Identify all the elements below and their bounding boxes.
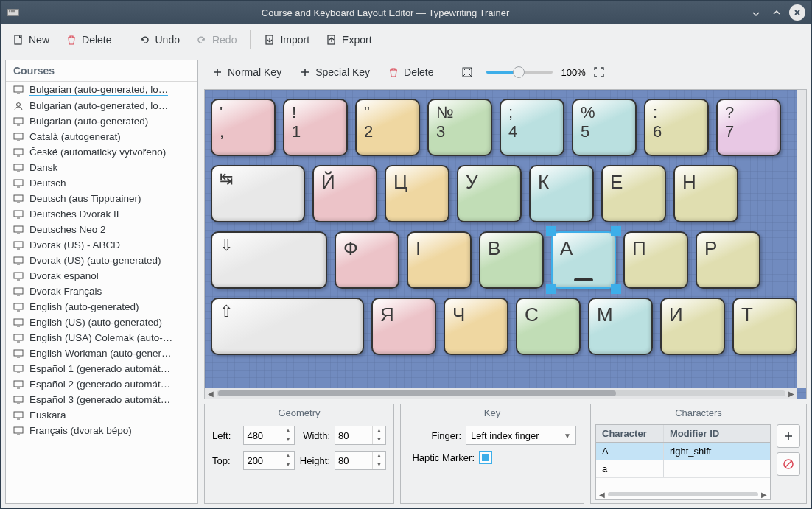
sidebar-item[interactable]: Dvorak español bbox=[6, 268, 197, 284]
maximize-button[interactable] bbox=[769, 4, 785, 21]
left-input[interactable]: ▲▼ bbox=[243, 426, 295, 445]
special-key-button[interactable]: Special Key bbox=[292, 62, 377, 83]
keyboard-key[interactable]: Ф bbox=[335, 231, 399, 289]
keyboard-key[interactable]: У bbox=[457, 165, 522, 222]
keyboard-key[interactable]: ⇧ bbox=[211, 298, 364, 355]
height-input[interactable]: ▲▼ bbox=[335, 451, 386, 470]
sidebar-item[interactable]: Dvorak (US) - ABCD bbox=[6, 237, 197, 253]
keyboard-key[interactable]: Т bbox=[732, 298, 797, 355]
vertical-scrollbar[interactable] bbox=[797, 90, 806, 388]
plus-icon bbox=[211, 66, 223, 78]
sidebar-item[interactable]: Español 1 (generado automát… bbox=[6, 361, 197, 376]
sidebar-item[interactable]: Deutsch (aus Tipptrainer) bbox=[6, 191, 197, 206]
sidebar-item[interactable]: Euskara bbox=[6, 407, 197, 423]
sidebar-item[interactable]: Español 3 (generado automát… bbox=[6, 392, 197, 407]
keyboard-key[interactable]: "2 bbox=[355, 99, 420, 156]
keyboard-key[interactable]: №3 bbox=[427, 99, 492, 156]
svg-rect-12 bbox=[14, 164, 23, 170]
sidebar-item[interactable]: Deutsches Dvorak II bbox=[6, 206, 197, 222]
keyboard-key[interactable]: ⇩ bbox=[211, 231, 327, 289]
sidebar-item[interactable]: Dvorak Français bbox=[6, 284, 197, 299]
course-list[interactable]: Bulgarian (auto-generated, lo…Bulgarian … bbox=[6, 82, 197, 503]
svg-rect-28 bbox=[14, 412, 23, 418]
zoom-full-button[interactable] bbox=[589, 62, 609, 83]
delete-key-button[interactable]: Delete bbox=[380, 62, 441, 83]
sidebar-item[interactable]: Català (autogenerat) bbox=[6, 129, 197, 144]
sidebar-item[interactable]: Français (dvorak bépo) bbox=[6, 423, 197, 438]
keyboard-key[interactable]: Ц bbox=[385, 165, 449, 222]
sidebar-item[interactable]: Dvorak (US) (auto-generated) bbox=[6, 253, 197, 268]
keyboard-key[interactable]: Ч bbox=[444, 298, 508, 355]
svg-rect-7 bbox=[14, 86, 23, 92]
keyboard-key[interactable]: А bbox=[551, 231, 616, 289]
sidebar-item[interactable]: Bulgarian (auto-generated, lo… bbox=[6, 82, 197, 98]
characters-panel: Characters Character Modifier ID Aright_… bbox=[590, 404, 807, 504]
svg-rect-16 bbox=[14, 226, 23, 232]
main-toolbar: New Delete Undo Redo Import Export bbox=[1, 24, 811, 55]
sidebar-item[interactable]: Deutsch bbox=[6, 175, 197, 191]
monitor-icon bbox=[13, 348, 24, 359]
keyboard-canvas[interactable]: ',!1"2№3;4%5:6?7↹ЙЦУКЕН⇩ФІВАПР⇧ЯЧСМИТ ◀ … bbox=[204, 89, 807, 399]
svg-rect-23 bbox=[14, 334, 23, 340]
keyboard-key[interactable]: И bbox=[660, 298, 725, 355]
horizontal-scrollbar[interactable]: ◀ ▶ bbox=[205, 388, 797, 399]
keyboard-key[interactable]: Й bbox=[312, 165, 377, 222]
width-input[interactable]: ▲▼ bbox=[335, 426, 386, 445]
keyboard-key[interactable]: В bbox=[479, 231, 544, 289]
export-button[interactable]: Export bbox=[318, 29, 379, 50]
sidebar-item[interactable]: Español 2 (generado automát… bbox=[6, 376, 197, 392]
haptic-checkbox[interactable] bbox=[479, 451, 492, 464]
minimize-button[interactable] bbox=[748, 4, 764, 21]
sidebar-item[interactable]: Deutsches Neo 2 bbox=[6, 222, 197, 237]
undo-button[interactable]: Undo bbox=[131, 29, 186, 50]
keyboard-key[interactable]: К bbox=[529, 165, 594, 222]
zoom-slider[interactable] bbox=[486, 71, 553, 74]
keyboard-key[interactable]: ↹ bbox=[211, 165, 305, 222]
monitor-icon bbox=[13, 132, 24, 142]
monitor-icon bbox=[13, 364, 24, 374]
normal-key-button[interactable]: Normal Key bbox=[204, 62, 289, 83]
top-input[interactable]: ▲▼ bbox=[243, 451, 295, 470]
keyboard-key[interactable]: ;4 bbox=[500, 99, 564, 156]
key-toolbar: Normal Key Special Key Delete 100% bbox=[204, 60, 807, 85]
keyboard-key[interactable]: М bbox=[588, 298, 653, 355]
table-row[interactable]: а bbox=[596, 460, 770, 478]
redo-button[interactable]: Redo bbox=[189, 29, 244, 50]
keyboard-key[interactable]: Р bbox=[696, 231, 760, 289]
sidebar-item[interactable]: English (USA) Colemak (auto-… bbox=[6, 330, 197, 345]
sidebar-item[interactable]: English (auto-generated) bbox=[6, 299, 197, 315]
plus-icon bbox=[783, 430, 794, 442]
sidebar-item[interactable]: Bulgarian (auto-generated, lo… bbox=[6, 98, 197, 113]
sidebar-item[interactable]: English (US) (auto-generated) bbox=[6, 315, 197, 330]
keyboard-key[interactable]: Я bbox=[371, 298, 436, 355]
keyboard-key[interactable]: Н bbox=[673, 165, 738, 222]
keyboard-key[interactable]: ', bbox=[211, 99, 276, 156]
sidebar-item[interactable]: English Workman (auto-gener… bbox=[6, 345, 197, 361]
sidebar-item[interactable]: Dansk bbox=[6, 160, 197, 175]
close-button[interactable] bbox=[789, 4, 805, 21]
characters-table[interactable]: Character Modifier ID Aright_shiftа ◀▶ bbox=[595, 424, 771, 500]
keyboard-key[interactable]: %5 bbox=[572, 99, 637, 156]
table-row[interactable]: Aright_shift bbox=[596, 443, 770, 460]
keyboard-key[interactable]: І bbox=[407, 231, 472, 289]
title-bar: Course and Keyboard Layout Editor — Type… bbox=[1, 1, 811, 24]
keyboard-key[interactable]: :6 bbox=[644, 99, 709, 156]
keyboard-key[interactable]: ?7 bbox=[716, 99, 781, 156]
keyboard-key[interactable]: П bbox=[623, 231, 688, 289]
add-character-button[interactable] bbox=[777, 424, 800, 448]
new-button[interactable]: New bbox=[5, 29, 57, 50]
sidebar-item[interactable]: České (automaticky vytvořeno) bbox=[6, 144, 197, 160]
svg-rect-3 bbox=[13, 10, 15, 12]
svg-rect-13 bbox=[14, 180, 23, 186]
zoom-fit-button[interactable] bbox=[457, 62, 477, 83]
import-button[interactable]: Import bbox=[256, 29, 317, 50]
finger-select[interactable]: Left index finger ▼ bbox=[466, 426, 576, 445]
fullscreen-icon bbox=[593, 66, 605, 78]
keyboard-key[interactable]: Е bbox=[601, 165, 666, 222]
keyboard-key[interactable]: С bbox=[516, 298, 581, 355]
sidebar-item[interactable]: Bulgarian (auto-generated) bbox=[6, 113, 197, 129]
delete-button[interactable]: Delete bbox=[58, 29, 119, 50]
keyboard-key[interactable]: !1 bbox=[283, 99, 348, 156]
redo-icon bbox=[196, 34, 208, 46]
remove-character-button[interactable] bbox=[777, 452, 800, 476]
